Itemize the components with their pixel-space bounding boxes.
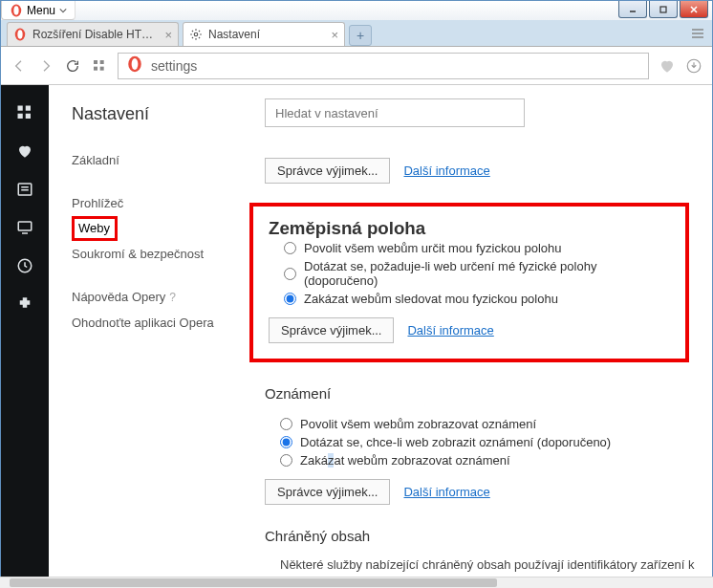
content-area: Nastavení Základní Prohlížeč Weby Soukro… [1, 85, 712, 579]
desktop-icon[interactable] [16, 219, 33, 236]
protected-desc: Některé služby nabízející chráněný obsah… [280, 557, 697, 572]
title-bar: Menu [1, 1, 712, 20]
maximize-button[interactable] [649, 1, 678, 18]
settings-main: Správce výjimek... Další informace Zeměp… [249, 85, 712, 579]
window-frame: Menu Rozšíření Disable HTML5 A × Nastave… [0, 0, 713, 580]
menu-lines-icon[interactable] [689, 25, 706, 42]
download-icon[interactable] [685, 57, 702, 75]
scrollbar-thumb[interactable] [10, 578, 497, 587]
speed-dial-icon[interactable] [91, 57, 108, 75]
nav-bar [1, 47, 712, 85]
chevron-down-icon [59, 7, 67, 14]
menu-button[interactable]: Menu [1, 1, 76, 20]
heart-icon[interactable] [16, 142, 33, 160]
search-input[interactable] [275, 106, 514, 120]
svg-point-5 [17, 30, 22, 38]
settings-nav: Nastavení Základní Prohlížeč Weby Soukro… [49, 85, 249, 579]
gear-icon [189, 28, 203, 41]
svg-point-6 [194, 33, 198, 36]
page-title: Nastavení [72, 104, 249, 124]
nav-rate[interactable]: Ohodnoťte aplikaci Opera [72, 310, 249, 336]
heart-icon[interactable] [659, 57, 676, 75]
nav-browser[interactable]: Prohlížeč [72, 190, 249, 216]
svg-point-12 [132, 58, 139, 70]
more-info-link[interactable]: Další informace [403, 163, 489, 178]
opera-icon [13, 28, 27, 41]
history-icon[interactable] [16, 257, 33, 274]
tab-extension[interactable]: Rozšíření Disable HTML5 A × [7, 22, 179, 46]
opera-icon [126, 55, 143, 76]
window-controls [618, 1, 708, 18]
settings-search[interactable] [265, 98, 525, 127]
protected-content-section: Chráněný obsah Některé služby nabízející… [249, 528, 697, 572]
exceptions-button[interactable]: Správce výjimek... [265, 479, 390, 505]
speed-dial-icon[interactable] [16, 104, 33, 121]
minimize-button[interactable] [618, 1, 647, 18]
sidebar-iconbar [1, 85, 49, 579]
help-icon: ? [169, 291, 176, 304]
menu-label: Menu [27, 4, 55, 17]
tab-strip: Rozšíření Disable HTML5 A × Nastavení × … [1, 20, 712, 47]
svg-rect-16 [18, 114, 23, 119]
nav-websites[interactable]: Weby [78, 221, 110, 235]
extension-icon[interactable] [16, 295, 33, 313]
notifications-section: Oznámení Povolit všem webům zobrazovat o… [249, 385, 697, 505]
notif-opt-ask[interactable]: Dotázat se, chce-li web zobrazit oznámen… [280, 433, 697, 451]
svg-rect-14 [18, 106, 23, 111]
geolocation-section-highlighted: Zeměpisná poloha Povolit všem webům urči… [249, 203, 689, 362]
address-input[interactable] [151, 58, 640, 74]
address-bar[interactable] [118, 53, 649, 79]
svg-rect-10 [100, 66, 104, 70]
horizontal-scrollbar[interactable] [0, 577, 713, 588]
svg-rect-9 [94, 66, 97, 70]
back-icon[interactable] [11, 57, 28, 75]
svg-rect-7 [94, 60, 97, 64]
svg-rect-3 [660, 7, 666, 12]
tab-settings[interactable]: Nastavení × [183, 22, 345, 46]
svg-rect-21 [18, 222, 32, 230]
close-icon[interactable]: × [164, 29, 172, 41]
section-title-geo: Zeměpisná poloha [269, 218, 674, 239]
exceptions-button[interactable]: Správce výjimek... [269, 317, 394, 343]
opera-icon [10, 4, 23, 17]
notif-opt-deny[interactable]: Zakázat webům zobrazovat oznámení [280, 451, 697, 469]
tab-label: Rozšíření Disable HTML5 A [32, 28, 159, 41]
nav-basic[interactable]: Základní [72, 147, 249, 173]
exceptions-button[interactable]: Správce výjimek... [265, 158, 390, 184]
svg-point-1 [13, 6, 18, 14]
close-button[interactable] [680, 1, 708, 18]
nav-privacy[interactable]: Soukromí & bezpečnost [72, 241, 249, 267]
reload-icon[interactable] [64, 57, 81, 75]
forward-icon[interactable] [37, 57, 54, 75]
geo-opt-allow[interactable]: Povolit všem webům určit mou fyzickou po… [284, 239, 674, 257]
tab-label: Nastavení [208, 28, 325, 41]
svg-rect-17 [26, 114, 31, 119]
more-info-link[interactable]: Další informace [407, 323, 493, 338]
svg-rect-15 [26, 106, 31, 111]
nav-help[interactable]: Nápověda Opery? [72, 284, 249, 310]
new-tab-button[interactable]: + [349, 25, 372, 46]
news-icon[interactable] [16, 181, 33, 198]
notif-opt-allow[interactable]: Povolit všem webům zobrazovat oznámení [280, 415, 697, 433]
geo-opt-deny[interactable]: Zakázat webům sledovat mou fyzickou polo… [284, 290, 674, 308]
section-title-protected: Chráněný obsah [265, 528, 697, 544]
svg-rect-8 [100, 60, 104, 64]
more-info-link[interactable]: Další informace [403, 485, 489, 499]
close-icon[interactable]: × [331, 29, 338, 41]
geo-opt-ask[interactable]: Dotázat se, požaduje-li web určení mé fy… [284, 257, 674, 290]
section-title-notif: Oznámení [265, 385, 697, 402]
